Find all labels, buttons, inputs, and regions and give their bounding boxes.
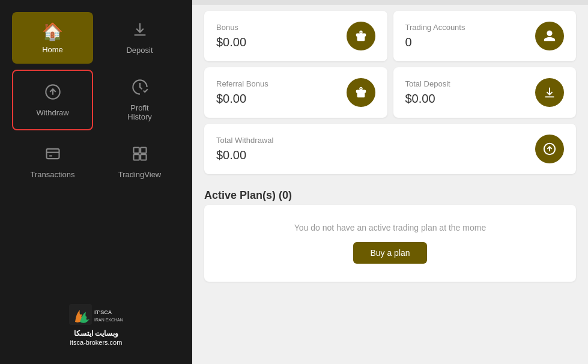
svg-text:IT'SCA: IT'SCA bbox=[94, 309, 112, 315]
bonus-value: $0.00 bbox=[216, 35, 246, 49]
total-withdrawal-value: $0.00 bbox=[216, 148, 273, 162]
svg-rect-2 bbox=[133, 148, 139, 153]
top-divider bbox=[192, 0, 588, 5]
sidebar-item-home[interactable]: 🏠 Home bbox=[12, 12, 93, 64]
total-withdrawal-icon bbox=[535, 135, 564, 163]
active-plans-title: Active Plan(s) (0) bbox=[192, 180, 588, 205]
sidebar-item-deposit-label: Deposit bbox=[126, 46, 153, 55]
referral-bonus-card-left: Referral Bonus $0.00 bbox=[216, 79, 268, 106]
svg-rect-1 bbox=[46, 149, 59, 159]
card-row-1: Bonus $0.00 Trading Accounts 0 bbox=[204, 11, 576, 61]
referral-bonus-icon bbox=[347, 78, 375, 107]
trading-accounts-card-left: Trading Accounts 0 bbox=[405, 23, 465, 49]
transactions-icon bbox=[44, 145, 61, 166]
sidebar-item-tradingview-label: TradingView bbox=[118, 170, 162, 179]
total-deposit-value: $0.00 bbox=[405, 92, 450, 106]
bonus-card: Bonus $0.00 bbox=[204, 11, 387, 61]
svg-rect-3 bbox=[141, 148, 146, 153]
referral-bonus-value: $0.00 bbox=[216, 92, 268, 106]
bonus-title: Bonus bbox=[216, 23, 246, 32]
bonus-icon bbox=[347, 22, 375, 50]
total-deposit-card: Total Deposit $0.00 bbox=[393, 67, 577, 118]
nav-grid: 🏠 Home Deposit Withdraw bbox=[0, 6, 192, 194]
sidebar-item-deposit[interactable]: Deposit bbox=[99, 12, 180, 64]
sidebar-item-tradingview[interactable]: TradingView bbox=[99, 136, 180, 188]
total-deposit-card-left: Total Deposit $0.00 bbox=[405, 79, 450, 106]
sidebar-item-profit-history-label: ProfitHistory bbox=[127, 103, 151, 121]
sidebar-item-home-label: Home bbox=[42, 45, 63, 54]
total-deposit-icon bbox=[535, 78, 564, 107]
sidebar-item-withdraw-label: Withdraw bbox=[36, 108, 68, 117]
sidebar-item-transactions-label: Transactions bbox=[31, 170, 75, 179]
sidebar: 🏠 Home Deposit Withdraw bbox=[0, 0, 192, 364]
profit-history-icon bbox=[132, 79, 148, 100]
card-row-2: Referral Bonus $0.00 Total Deposit $0.00 bbox=[204, 67, 576, 118]
svg-rect-5 bbox=[141, 154, 146, 160]
logo-container: IT'SCA IRAN EXCHANGE HOME وبسایت ایتسکا … bbox=[69, 301, 123, 346]
buy-plan-button[interactable]: Buy a plan bbox=[353, 242, 426, 264]
cards-section: Bonus $0.00 Trading Accounts 0 bbox=[192, 5, 588, 180]
home-icon: 🏠 bbox=[42, 22, 63, 41]
svg-text:IRAN EXCHANGE HOME: IRAN EXCHANGE HOME bbox=[94, 318, 123, 322]
referral-bonus-card: Referral Bonus $0.00 bbox=[204, 67, 387, 118]
active-plans-empty-text: You do not have an active trading plan a… bbox=[294, 223, 486, 232]
trading-accounts-value: 0 bbox=[405, 35, 465, 49]
total-withdrawal-card: Total Withdrawal $0.00 bbox=[204, 124, 576, 174]
bonus-card-left: Bonus $0.00 bbox=[216, 23, 246, 49]
sidebar-item-withdraw[interactable]: Withdraw bbox=[12, 70, 93, 130]
withdraw-icon bbox=[44, 83, 61, 105]
sidebar-item-transactions[interactable]: Transactions bbox=[12, 136, 93, 188]
trading-accounts-card: Trading Accounts 0 bbox=[393, 11, 577, 61]
referral-bonus-title: Referral Bonus bbox=[216, 79, 268, 88]
logo-url: itsca-brokers.com bbox=[70, 339, 123, 346]
main-content: Bonus $0.00 Trading Accounts 0 bbox=[192, 0, 588, 364]
svg-rect-4 bbox=[133, 154, 139, 160]
logo-persian-text: وبسایت ایتسکا bbox=[74, 329, 118, 338]
trading-accounts-title: Trading Accounts bbox=[405, 23, 465, 32]
total-deposit-title: Total Deposit bbox=[405, 79, 450, 88]
total-withdrawal-card-left: Total Withdrawal $0.00 bbox=[216, 136, 273, 162]
trading-accounts-icon bbox=[535, 22, 564, 50]
sidebar-logo: IT'SCA IRAN EXCHANGE HOME وبسایت ایتسکا … bbox=[57, 289, 135, 358]
active-plans-card: You do not have an active trading plan a… bbox=[204, 205, 576, 282]
total-withdrawal-title: Total Withdrawal bbox=[216, 136, 273, 145]
sidebar-item-profit-history[interactable]: ProfitHistory bbox=[99, 70, 180, 130]
tradingview-icon bbox=[132, 145, 148, 166]
deposit-icon bbox=[132, 21, 148, 42]
